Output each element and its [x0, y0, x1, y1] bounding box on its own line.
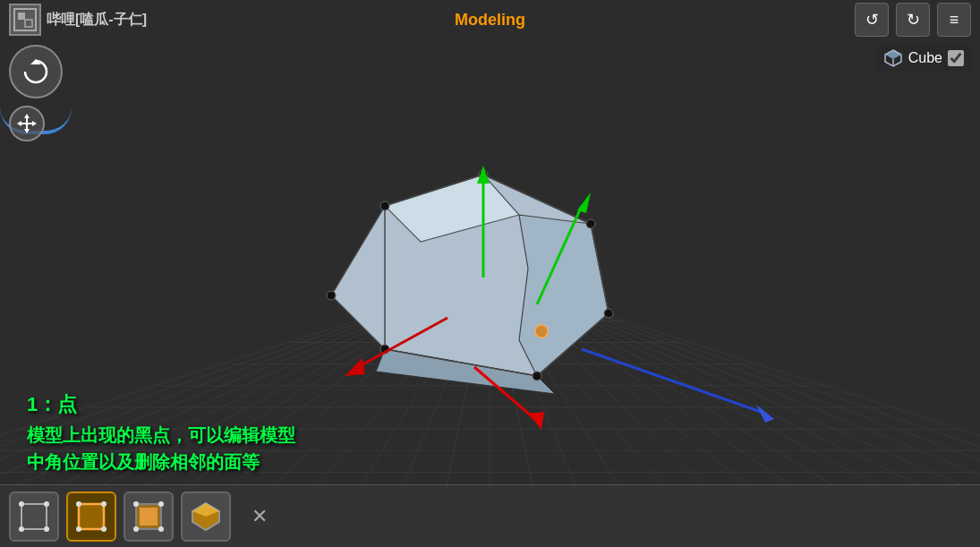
svg-rect-29 [18, 13, 25, 20]
face-mode-button[interactable] [124, 491, 174, 542]
top-right-controls: ↺ ↻ ≡ [855, 3, 971, 37]
mode-label: Modeling [455, 11, 525, 30]
svg-point-45 [44, 501, 49, 507]
svg-point-59 [133, 501, 139, 507]
svg-point-44 [19, 501, 24, 507]
cube-icon [883, 48, 903, 68]
svg-point-62 [158, 526, 164, 532]
object-visibility-checkbox[interactable] [948, 50, 964, 66]
top-bar: 哔哩[嗑瓜-子仁] Modeling ↺ ↻ ≡ [0, 0, 980, 39]
svg-marker-34 [24, 114, 30, 118]
bottom-toolbar: ✕ [0, 484, 980, 547]
svg-marker-36 [17, 121, 21, 126]
undo-button[interactable]: ↺ [855, 3, 889, 37]
svg-point-56 [101, 526, 107, 532]
annotation-panel: 1：点 模型上出现的黑点，可以编辑模型中角位置以及删除相邻的面等 [27, 391, 295, 475]
svg-rect-30 [25, 20, 32, 27]
redo-button[interactable]: ↻ [896, 3, 930, 37]
svg-marker-39 [885, 50, 901, 59]
orbit-button[interactable] [9, 45, 63, 98]
top-left-area: 哔哩[嗑瓜-子仁] [9, 4, 147, 36]
object-name-label: Cube [908, 50, 942, 66]
annotation-title: 1：点 [27, 391, 295, 418]
object-panel: Cube [876, 45, 971, 72]
svg-point-53 [76, 501, 81, 507]
svg-point-54 [101, 501, 107, 507]
svg-marker-37 [32, 121, 37, 126]
logo-button[interactable] [9, 4, 41, 36]
svg-marker-35 [24, 129, 30, 133]
svg-rect-41 [21, 504, 47, 529]
svg-rect-58 [140, 508, 158, 526]
annotation-body: 模型上出现的黑点，可以编辑模型中角位置以及删除相邻的面等 [27, 422, 295, 475]
object-mode-button[interactable] [181, 491, 231, 542]
close-button[interactable]: ✕ [242, 499, 277, 534]
navigation-controls [9, 45, 63, 141]
svg-point-60 [158, 501, 164, 507]
svg-point-46 [19, 526, 24, 532]
vertex-mode-button[interactable] [9, 491, 59, 542]
svg-rect-48 [79, 504, 104, 529]
pan-button[interactable] [9, 106, 45, 141]
svg-point-61 [133, 526, 139, 532]
window-title: 哔哩[嗑瓜-子仁] [47, 11, 147, 30]
edge-mode-button[interactable] [66, 491, 116, 542]
svg-point-55 [76, 526, 81, 532]
svg-point-47 [44, 526, 49, 532]
menu-button[interactable]: ≡ [937, 3, 971, 37]
